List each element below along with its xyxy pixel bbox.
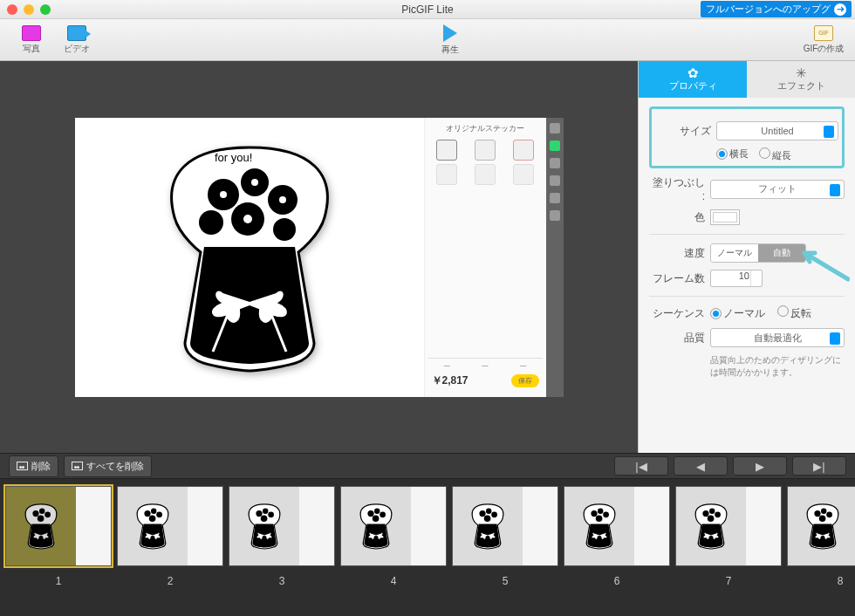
photo-icon <box>22 25 41 41</box>
speed-segmented[interactable]: ノーマル 自動 <box>710 243 806 263</box>
svg-point-9 <box>243 215 252 223</box>
svg-point-33 <box>603 511 609 517</box>
upgrade-button[interactable]: フルバージョンへのアップグ ➜ <box>701 1 852 17</box>
svg-point-26 <box>373 515 380 522</box>
speed-label: 速度 <box>649 246 705 261</box>
frame-thumbnail[interactable]: 5 <box>452 486 558 613</box>
svg-point-29 <box>491 511 497 517</box>
frame-thumbnail[interactable]: 8 <box>787 486 855 613</box>
delete-all-label: すべてを削除 <box>86 460 144 473</box>
photo-button[interactable]: 写真 <box>9 21 54 59</box>
color-swatch[interactable] <box>710 209 740 225</box>
frame-thumbnail[interactable]: 6 <box>564 486 670 613</box>
delete-all-button[interactable]: すべてを削除 <box>64 455 152 477</box>
svg-point-6 <box>220 191 227 198</box>
svg-point-5 <box>273 218 296 241</box>
svg-point-7 <box>251 179 258 186</box>
svg-point-35 <box>702 510 708 517</box>
orient-vertical-radio[interactable]: 縦長 <box>759 147 791 162</box>
frames-stepper[interactable]: 10 <box>710 270 763 287</box>
svg-point-38 <box>708 515 715 522</box>
frame-thumbnail[interactable]: 1 <box>5 486 112 613</box>
strip-icon[interactable] <box>550 158 560 168</box>
strip-icon[interactable] <box>550 193 560 203</box>
svg-point-28 <box>486 509 491 514</box>
frame-thumbnail[interactable]: 3 <box>229 486 335 613</box>
delete-label: 削除 <box>31 460 51 473</box>
upgrade-label: フルバージョンへのアップグ <box>706 3 831 16</box>
fill-select[interactable]: フィット <box>710 180 845 199</box>
svg-point-21 <box>268 511 274 517</box>
maximize-window-icon[interactable] <box>40 4 51 15</box>
svg-point-8 <box>279 196 286 203</box>
last-frame-button[interactable]: ▶| <box>792 456 846 476</box>
svg-point-42 <box>819 515 826 522</box>
color-label: 色 <box>649 210 705 225</box>
frame-number: 2 <box>168 575 174 587</box>
size-highlight: サイズ Untitled 横長 縦長 <box>649 106 845 168</box>
frame-thumbnail[interactable]: 4 <box>340 486 447 613</box>
svg-point-13 <box>44 511 51 517</box>
play-button[interactable]: 再生 <box>428 21 473 59</box>
strip-icon[interactable] <box>550 140 560 151</box>
size-label: サイズ <box>655 124 711 139</box>
tab-properties[interactable]: ✿ プロパティ <box>639 61 747 98</box>
save-button[interactable]: 保存 <box>511 374 539 387</box>
frame-number: 5 <box>503 575 509 587</box>
svg-point-25 <box>380 511 386 517</box>
video-button[interactable]: ビデオ <box>54 21 99 59</box>
size-select[interactable]: Untitled <box>716 121 838 140</box>
svg-point-14 <box>38 515 44 522</box>
frame-thumbnail[interactable]: 2 <box>117 486 223 613</box>
svg-point-11 <box>32 510 38 517</box>
svg-point-24 <box>374 509 380 514</box>
frame-thumbnail[interactable]: 7 <box>675 486 782 613</box>
strip-icon[interactable] <box>550 175 560 186</box>
play-label: 再生 <box>441 44 459 56</box>
quality-value: 自動最適化 <box>754 332 802 345</box>
play-icon <box>443 24 457 42</box>
orient-horizontal-radio[interactable]: 横長 <box>716 147 749 162</box>
delete-button[interactable]: 削除 <box>9 455 58 477</box>
image-icon <box>72 462 83 470</box>
tab-effects-label: エフェクト <box>777 79 825 92</box>
svg-text:for you!: for you! <box>215 151 252 164</box>
svg-point-22 <box>261 515 268 522</box>
strip-icon[interactable] <box>550 123 560 133</box>
svg-point-32 <box>598 509 603 514</box>
video-label: ビデオ <box>64 43 90 55</box>
svg-point-15 <box>144 510 150 517</box>
svg-point-19 <box>256 510 262 517</box>
sparkle-icon: ✳ <box>796 66 807 79</box>
properties-panel: ✿ プロパティ ✳ エフェクト サイズ Untitled 横長 縦長 <box>638 61 855 453</box>
tab-effects[interactable]: ✳ エフェクト <box>747 61 855 98</box>
minimize-window-icon[interactable] <box>24 4 34 15</box>
svg-point-34 <box>596 515 603 522</box>
svg-point-31 <box>591 510 597 517</box>
first-frame-button[interactable]: |◀ <box>614 456 668 476</box>
toolbar: 写真 ビデオ 再生 GIF GIFの作成 <box>0 19 855 61</box>
window-titlebar: PicGIF Lite フルバージョンへのアップグ ➜ <box>0 0 855 19</box>
svg-point-37 <box>715 511 721 517</box>
speed-normal[interactable]: ノーマル <box>711 244 758 262</box>
timeline[interactable]: 1 2 3 4 5 6 7 8 <box>0 479 855 616</box>
seq-normal-radio[interactable]: ノーマル <box>710 306 765 321</box>
sticker-header: オリジナルステッカー <box>428 123 543 134</box>
strip-icon[interactable] <box>550 210 560 221</box>
quality-label: 品質 <box>649 331 705 346</box>
preview-canvas: for you! オリジナルステッカー ——— ￥2,817 保存 <box>75 118 564 397</box>
gif-icon: GIF <box>814 25 833 41</box>
svg-point-40 <box>821 509 826 514</box>
frame-number: 7 <box>726 575 732 587</box>
svg-point-12 <box>39 509 44 514</box>
sticker-options-panel: オリジナルステッカー ——— ￥2,817 保存 <box>424 118 546 397</box>
quality-select[interactable]: 自動最適化 <box>710 328 845 347</box>
app-title: PicGIF Lite <box>401 3 453 16</box>
create-gif-button[interactable]: GIF GIFの作成 <box>801 21 846 59</box>
seq-reverse-radio[interactable]: 反転 <box>777 305 811 321</box>
frame-number: 3 <box>279 575 285 587</box>
close-window-icon[interactable] <box>7 4 17 15</box>
prev-frame-button[interactable]: ◀ <box>674 456 728 476</box>
fill-value: フィット <box>758 182 797 195</box>
next-frame-button[interactable]: ▶ <box>733 456 787 476</box>
